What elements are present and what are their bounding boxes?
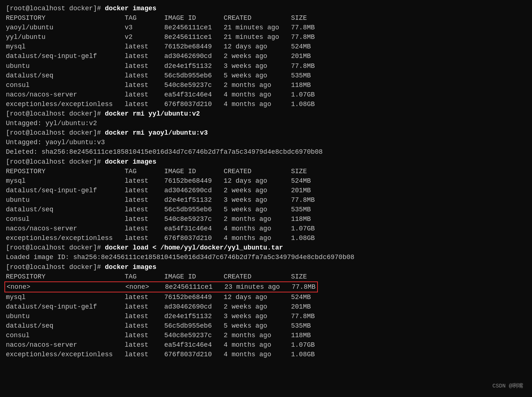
prompt-text: [root@localhost docker]# <box>6 158 105 165</box>
terminal-line: mysql latest 76152be68449 12 days ago 52… <box>6 176 526 186</box>
terminal-window: [root@localhost docker]# docker imagesRE… <box>6 4 526 359</box>
command-text: docker images <box>105 5 156 12</box>
terminal-line: datalust/seq latest 56c5db955eb6 5 weeks… <box>6 71 526 80</box>
terminal-line: datalust/seq latest 56c5db955eb6 5 weeks… <box>6 205 526 214</box>
prompt-text: [root@localhost docker]# <box>6 263 105 271</box>
terminal-line: Untagged: yaoyl/ubuntu:v3 <box>6 138 526 147</box>
terminal-line: REPOSITORY TAG IMAGE ID CREATED SIZE <box>6 272 526 281</box>
terminal-line: Loaded image ID: sha256:8e2456111ce18581… <box>6 252 526 262</box>
terminal-line: nacos/nacos-server latest ea54f31c46e4 4… <box>6 340 526 350</box>
prompt-text: [root@localhost docker]# <box>6 129 105 136</box>
terminal-line: datalust/seq-input-gelf latest ad3046269… <box>6 186 526 195</box>
terminal-line: REPOSITORY TAG IMAGE ID CREATED SIZE <box>6 167 526 176</box>
terminal-line: ubuntu latest d2e4e1f51132 3 weeks ago 7… <box>6 195 526 205</box>
terminal-line: Deleted: sha256:8e2456111ce185810415e016… <box>6 147 526 157</box>
terminal-line: exceptionless/exceptionless latest 676f8… <box>6 350 526 359</box>
terminal-line: nacos/nacos-server latest ea54f31c46e4 4… <box>6 224 526 233</box>
terminal-line: Untagged: yyl/ubuntu:v2 <box>6 119 526 128</box>
terminal-line: yaoyl/ubuntu v3 8e2456111ce1 21 minutes … <box>6 23 526 32</box>
terminal-line: mysql latest 76152be68449 12 days ago 52… <box>6 42 526 51</box>
prompt-text: [root@localhost docker]# <box>6 244 105 251</box>
terminal-line: exceptionless/exceptionless latest 676f8… <box>6 233 526 243</box>
terminal-line: datalust/seq latest 56c5db955eb6 5 weeks… <box>6 321 526 331</box>
terminal-line: datalust/seq-input-gelf latest ad3046269… <box>6 51 526 61</box>
terminal-line: exceptionless/exceptionless latest 676f8… <box>6 99 526 109</box>
terminal-line: [root@localhost docker]# docker images <box>6 262 526 272</box>
command-text: docker load < /home/yyl/docker/yyl_ubunt… <box>105 244 283 251</box>
terminal-line: [root@localhost docker]# docker images <box>6 157 526 167</box>
terminal-line: ubuntu latest d2e4e1f51132 3 weeks ago 7… <box>6 312 526 321</box>
terminal-line: ubuntu latest d2e4e1f51132 3 weeks ago 7… <box>6 61 526 71</box>
terminal-line: consul latest 540c8e59237c 2 months ago … <box>6 214 526 224</box>
terminal-line: yyl/ubuntu v2 8e2456111ce1 21 minutes ag… <box>6 32 526 42</box>
terminal-line: REPOSITORY TAG IMAGE ID CREATED SIZE <box>6 13 526 23</box>
prompt-text: [root@localhost docker]# <box>6 110 105 117</box>
command-text: docker images <box>105 263 156 271</box>
highlighted-row: <none> <none> 8e2456111ce1 23 minutes ag… <box>4 281 318 292</box>
terminal-line: [root@localhost docker]# docker rmi yaoy… <box>6 128 526 138</box>
terminal-line: [root@localhost docker]# docker rmi yyl/… <box>6 109 526 119</box>
terminal-line: datalust/seq-input-gelf latest ad3046269… <box>6 302 526 312</box>
terminal-line: nacos/nacos-server latest ea54f31c46e4 4… <box>6 90 526 99</box>
command-text: docker images <box>105 158 156 165</box>
command-text: docker rmi yaoyl/ubuntu:v3 <box>105 129 208 136</box>
terminal-line: consul latest 540c8e59237c 2 months ago … <box>6 80 526 90</box>
terminal-line: <none> <none> 8e2456111ce1 23 minutes ag… <box>6 281 526 292</box>
terminal-line: mysql latest 76152be68449 12 days ago 52… <box>6 292 526 302</box>
watermark: CSDN @咧嘴 <box>492 382 523 390</box>
terminal-line: consul latest 540c8e59237c 2 months ago … <box>6 331 526 340</box>
prompt-text: [root@localhost docker]# <box>6 5 105 12</box>
command-text: docker rmi yyl/ubuntu:v2 <box>105 110 200 117</box>
terminal-line: [root@localhost docker]# docker images <box>6 4 526 13</box>
terminal-line: [root@localhost docker]# docker load < /… <box>6 243 526 252</box>
